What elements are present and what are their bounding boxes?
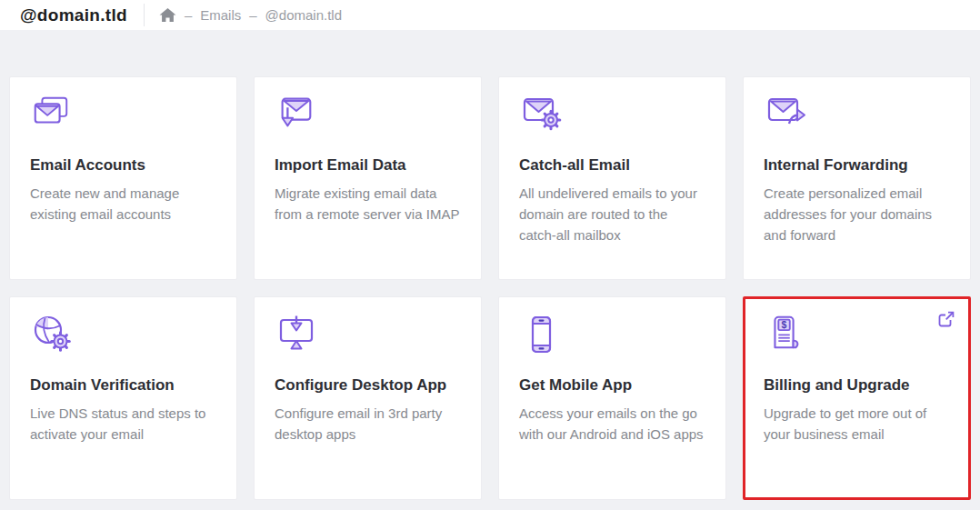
card-description: Create new and manage existing email acc… xyxy=(30,183,216,225)
card-email-accounts[interactable]: Email Accounts Create new and manage exi… xyxy=(9,76,237,280)
card-title: Email Accounts xyxy=(30,156,216,175)
card-domain-verification[interactable]: Domain Verification Live DNS status and … xyxy=(9,296,237,500)
card-title: Internal Forwarding xyxy=(764,156,950,175)
card-title: Get Mobile App xyxy=(519,376,705,395)
card-title: Domain Verification xyxy=(30,376,216,395)
card-description: All undelivered emails to your domain ar… xyxy=(519,183,705,245)
gear-icon xyxy=(52,333,70,351)
card-billing-and-upgrade[interactable]: $ Billing and Upgrade Upgrade to get mor… xyxy=(743,296,971,500)
card-get-mobile-app[interactable]: Get Mobile App Access your emails on the… xyxy=(498,296,726,500)
breadcrumb-current-domain: @domain.tld xyxy=(265,7,342,23)
card-description: Upgrade to get more out of your business… xyxy=(764,403,950,445)
breadcrumb-separator: – xyxy=(249,7,256,23)
card-title: Catch-all Email xyxy=(519,156,705,175)
card-catch-all-email[interactable]: Catch-all Email All undelivered emails t… xyxy=(498,76,726,280)
home-icon[interactable] xyxy=(159,7,176,23)
card-internal-forwarding[interactable]: Internal Forwarding Create personalized … xyxy=(743,76,971,280)
breadcrumb-separator: – xyxy=(185,7,192,23)
card-title: Configure Desktop App xyxy=(275,376,461,395)
billing-icon: $ xyxy=(764,313,950,355)
catch-all-email-icon xyxy=(519,93,705,135)
card-configure-desktop-app[interactable]: Configure Desktop App Configure email in… xyxy=(254,296,482,500)
gear-icon xyxy=(542,111,560,129)
domain-verification-icon xyxy=(30,313,216,355)
card-title: Billing and Upgrade xyxy=(764,376,950,395)
mobile-app-icon xyxy=(519,313,705,355)
card-description: Create personalized email addresses for … xyxy=(764,183,950,245)
external-link-icon[interactable] xyxy=(937,310,955,328)
breadcrumb: – Emails – @domain.tld xyxy=(159,7,342,23)
card-description: Configure email in 3rd party desktop app… xyxy=(275,403,461,445)
email-feature-grid: Email Accounts Create new and manage exi… xyxy=(0,30,980,500)
internal-forwarding-icon xyxy=(764,93,950,135)
svg-text:$: $ xyxy=(782,319,787,330)
card-description: Migrate existing email data from a remot… xyxy=(275,183,461,225)
card-description: Live DNS status and steps to activate yo… xyxy=(30,403,216,445)
card-title: Import Email Data xyxy=(275,156,461,175)
email-accounts-icon xyxy=(30,93,216,135)
desktop-app-icon xyxy=(275,313,461,355)
import-email-icon xyxy=(275,93,461,135)
card-import-email-data[interactable]: Import Email Data Migrate existing email… xyxy=(254,76,482,280)
card-description: Access your emails on the go with our An… xyxy=(519,403,705,445)
page-header: @domain.tld – Emails – @domain.tld xyxy=(0,0,980,30)
breadcrumb-emails[interactable]: Emails xyxy=(200,7,241,23)
domain-title: @domain.tld xyxy=(20,5,127,25)
header-divider xyxy=(144,4,145,26)
